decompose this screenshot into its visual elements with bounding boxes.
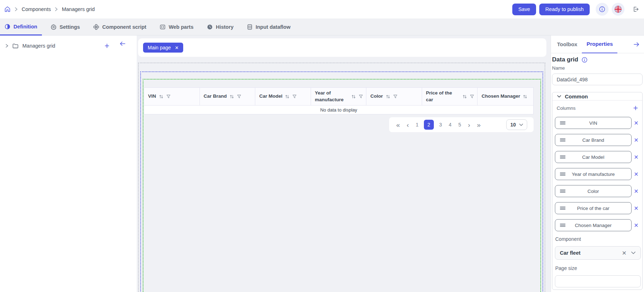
column-header-year-of-manufacture[interactable]: Year of manufacture [311,88,367,105]
page-button-1[interactable]: 1 [415,122,419,128]
filter-icon[interactable] [292,94,297,99]
drag-handle-icon[interactable] [560,189,566,194]
page-size-input[interactable] [555,275,641,287]
drag-handle-icon[interactable] [560,155,566,159]
home-icon[interactable] [4,6,11,12]
column-header-chosen-manager[interactable]: Chosen Manager [477,88,533,105]
page-size-value: 10 [510,122,516,128]
exit-button[interactable] [632,6,639,13]
remove-column-icon[interactable]: ✕ [632,120,641,126]
sort-icon[interactable] [386,94,391,99]
collapse-panel-button[interactable] [119,41,126,47]
clear-icon[interactable]: ✕ [622,250,627,256]
info-icon[interactable] [582,57,588,63]
common-section-header[interactable]: Common [552,92,642,101]
tab-definition[interactable]: Definition [0,18,42,36]
code-brackets-icon [160,24,165,30]
add-page-button[interactable]: + [105,43,109,49]
remove-column-icon[interactable]: ✕ [632,137,641,144]
page-size-dropdown[interactable]: 10 [506,119,527,130]
filter-icon[interactable] [359,94,363,99]
component-select[interactable]: Car fleet ✕ [555,246,641,260]
breadcrumb-managers-grid[interactable]: Managers grid [62,6,95,12]
remove-column-icon[interactable]: ✕ [632,205,641,212]
filter-icon[interactable] [470,94,474,99]
sort-icon[interactable] [462,94,467,99]
tab-history[interactable]: History [202,18,238,36]
column-item-row: Year of manufacture ✕ [555,168,641,180]
first-page-button[interactable]: « [395,121,401,128]
definition-icon [5,24,10,29]
drag-handle-icon[interactable] [560,206,566,211]
page-button-2-active[interactable]: 2 [424,120,434,130]
info-icon [599,6,605,12]
remove-column-icon[interactable]: ✕ [632,171,641,178]
filter-icon[interactable] [237,94,241,99]
column-chip-car-brand[interactable]: Car Brand [555,134,632,146]
page-button-5[interactable]: 5 [458,122,462,128]
tree-item-label: Managers grid [22,43,55,49]
tab-input-dataflow[interactable]: Input dataflow [242,18,295,36]
dataflow-icon [247,24,252,30]
previous-page-button[interactable]: ‹ [406,121,410,128]
name-input[interactable] [552,74,643,85]
column-chip-chosen-manager[interactable]: Chosen Manager [555,219,632,231]
ready-to-publish-button[interactable]: Ready to publish [539,4,590,15]
next-page-button[interactable]: › [467,121,471,128]
sort-icon[interactable] [285,94,290,99]
sort-icon[interactable] [351,94,356,99]
last-page-button[interactable]: » [476,121,481,128]
column-header-vin[interactable]: VIN [144,88,200,105]
expand-chevron-icon[interactable] [5,44,9,48]
filter-icon[interactable] [393,94,398,99]
save-button[interactable]: Save [512,4,536,15]
column-header-car-brand[interactable]: Car Brand [200,88,256,105]
breadcrumb-components[interactable]: Components [22,6,51,12]
column-header-color[interactable]: Color [366,88,422,105]
common-section-label: Common [565,93,588,99]
column-chip-vin[interactable]: VIN [555,117,632,129]
collapse-panel-right-button[interactable] [633,42,640,47]
page-chip-main-page[interactable]: Main page ✕ [143,43,183,53]
remove-column-icon[interactable]: ✕ [632,154,641,161]
tab-component-script[interactable]: Component script [89,18,151,36]
drag-handle-icon[interactable] [560,120,566,125]
design-canvas[interactable]: Main page ✕ VIN Car Brand Ca [137,36,551,292]
info-button[interactable] [596,3,608,16]
column-chip-color[interactable]: Color [555,185,632,197]
tab-web-parts[interactable]: Web parts [155,18,198,36]
language-button[interactable] [612,3,624,16]
column-chip-year-of-manufacture[interactable]: Year of manufacture [555,168,632,180]
column-item-row: Price of the car ✕ [555,202,641,214]
close-icon[interactable]: ✕ [175,45,179,50]
column-item-row: VIN ✕ [555,117,641,129]
data-grid-component[interactable]: VIN Car Brand Car Model [144,87,534,114]
tab-toolbox[interactable]: Toolbox [552,36,582,53]
chevron-down-icon [557,95,561,98]
drag-handle-icon[interactable] [560,137,566,142]
component-label: Component [555,236,642,242]
drag-handle-icon[interactable] [560,172,566,177]
sort-icon[interactable] [229,94,234,99]
sort-icon[interactable] [523,94,528,99]
add-column-button[interactable]: + [633,105,638,111]
column-header-price-of-the-car[interactable]: Price of the car [422,88,478,105]
sort-icon[interactable] [159,94,164,99]
tab-properties[interactable]: Properties [582,36,617,53]
page-button-3[interactable]: 3 [438,122,443,128]
column-header-car-model[interactable]: Car Model [255,88,311,105]
remove-column-icon[interactable]: ✕ [632,188,641,195]
drag-handle-icon[interactable] [560,223,566,228]
tab-settings[interactable]: Settings [46,18,84,36]
column-chip-price-of-the-car[interactable]: Price of the car [555,202,632,214]
column-chip-car-model[interactable]: Car Model [555,151,632,163]
logout-icon [632,6,639,13]
remove-column-icon[interactable]: ✕ [632,222,641,229]
tree-item-managers-grid[interactable]: Managers grid + [0,36,137,49]
chevron-down-icon [631,251,636,255]
breadcrumb: Components Managers grid [0,6,95,12]
filter-icon[interactable] [166,94,171,99]
view-tab-bar: Definition Settings Component script [0,18,644,36]
page-button-4[interactable]: 4 [448,122,452,128]
data-grid-header-row: VIN Car Brand Car Model [144,87,534,106]
